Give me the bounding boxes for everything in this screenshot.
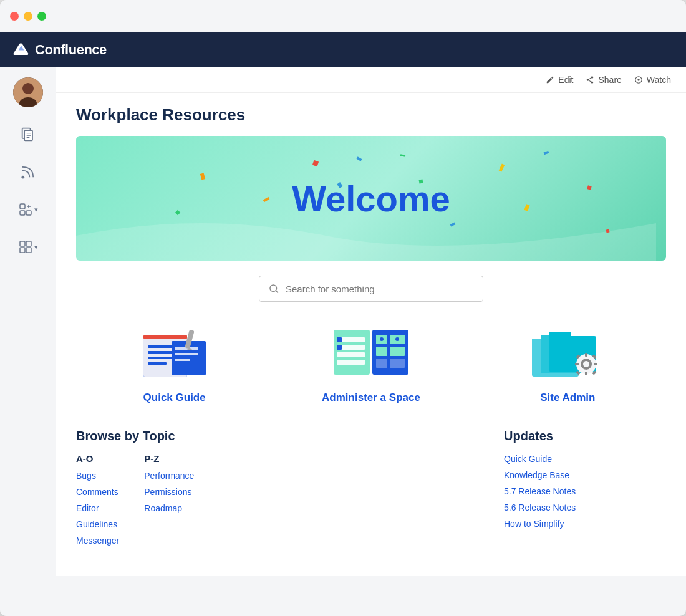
spaces-arrow: ▾ <box>34 243 38 251</box>
svg-rect-10 <box>20 211 25 215</box>
minimize-button[interactable] <box>24 12 32 21</box>
site-admin-icon <box>524 322 611 384</box>
svg-rect-38 <box>337 352 365 357</box>
list-item: Performance <box>144 470 194 481</box>
logo[interactable]: Confluence <box>12 41 107 59</box>
quick-guide-illustration <box>134 324 215 383</box>
list-item: Guidelines <box>76 519 119 530</box>
pages-icon <box>19 126 37 143</box>
svg-rect-35 <box>337 337 342 342</box>
topic-link-messenger[interactable]: Messenger <box>76 536 119 546</box>
avatar[interactable] <box>13 77 43 107</box>
shortcuts-icon <box>18 202 33 217</box>
cards-row: Quick Guide <box>76 322 666 404</box>
quick-guide-icon <box>131 322 218 384</box>
maximize-button[interactable] <box>37 12 46 21</box>
topic-link-bugs[interactable]: Bugs <box>76 471 96 481</box>
logo-text: Confluence <box>35 42 107 58</box>
svg-point-8 <box>21 176 24 179</box>
sidebar-item-spaces[interactable]: ▾ <box>8 232 48 262</box>
share-button[interactable]: Share <box>586 75 621 85</box>
svg-rect-14 <box>26 241 31 246</box>
spaces-icon <box>18 239 33 254</box>
svg-rect-9 <box>20 204 25 209</box>
browse-updates-section: Browse by Topic A-O Bugs Comments Editor… <box>76 429 666 551</box>
svg-rect-46 <box>390 359 405 368</box>
svg-line-19 <box>276 291 278 292</box>
search-container <box>76 276 666 302</box>
topic-link-editor[interactable]: Editor <box>76 503 99 513</box>
update-link-quick-guide[interactable]: Quick Guide <box>504 454 552 464</box>
administer-space-label: Administer a Space <box>322 392 420 404</box>
browse-section-title: Browse by Topic <box>76 429 479 443</box>
updates-section: Updates Quick Guide Knowledge Base 5.7 R… <box>504 429 666 551</box>
edit-button[interactable]: Edit <box>546 75 573 85</box>
svg-point-17 <box>637 79 640 81</box>
sidebar-item-pages[interactable] <box>12 120 44 150</box>
svg-rect-44 <box>390 347 405 356</box>
confetti-1 <box>312 160 319 166</box>
svg-point-1 <box>22 83 34 94</box>
confetti-13 <box>400 154 405 156</box>
update-link-57-release[interactable]: 5.7 Release Notes <box>504 486 576 496</box>
card-quick-guide[interactable]: Quick Guide <box>112 322 237 404</box>
svg-rect-26 <box>143 335 187 339</box>
search-icon <box>268 283 279 294</box>
sidebar-item-shortcuts[interactable]: ▾ <box>8 195 48 224</box>
svg-point-47 <box>380 337 384 341</box>
share-label: Share <box>598 75 621 85</box>
svg-rect-13 <box>20 248 25 253</box>
list-item: 5.6 Release Notes <box>504 502 666 513</box>
sidebar-item-feed[interactable] <box>12 157 44 187</box>
topic-link-permissions[interactable]: Permissions <box>144 487 191 497</box>
updates-section-title: Updates <box>504 429 666 443</box>
site-admin-label: Site Admin <box>540 392 595 404</box>
topic-col-a-o: A-O Bugs Comments Editor Guidelines Mess… <box>76 453 119 551</box>
quick-guide-label: Quick Guide <box>143 392 206 404</box>
administer-space-illustration <box>327 324 415 383</box>
main-layout: ▾ ▾ Edit <box>0 67 686 616</box>
update-link-knowledge-base[interactable]: Knowledge Base <box>504 470 569 480</box>
confetti-11 <box>524 204 529 211</box>
list-item: Roadmap <box>144 503 194 514</box>
update-link-56-release[interactable]: 5.6 Release Notes <box>504 503 576 513</box>
topic-col-a-o-list: Bugs Comments Editor Guidelines Messenge… <box>76 470 119 546</box>
list-item: Permissions <box>144 486 194 498</box>
card-site-admin[interactable]: Site Admin <box>505 322 630 404</box>
user-avatar-image <box>13 77 43 107</box>
svg-rect-45 <box>376 359 387 368</box>
svg-rect-39 <box>337 360 365 365</box>
app-window: Confluence <box>0 0 686 616</box>
edit-icon <box>546 75 554 84</box>
topic-link-comments[interactable]: Comments <box>76 487 118 497</box>
svg-rect-54 <box>549 332 571 339</box>
action-bar: Edit Share Watch <box>56 67 686 93</box>
confetti-6 <box>544 151 549 155</box>
update-link-how-to-simplify[interactable]: How to Simplify <box>504 519 564 529</box>
card-administer-space[interactable]: Administer a Space <box>309 322 433 404</box>
share-icon <box>586 75 594 84</box>
topic-link-performance[interactable]: Performance <box>144 471 194 481</box>
welcome-text: Welcome <box>292 178 450 219</box>
search-input[interactable] <box>286 284 474 294</box>
list-item: 5.7 Release Notes <box>504 486 666 497</box>
topic-col-p-z-heading: P-Z <box>144 453 194 464</box>
watch-icon <box>634 75 643 84</box>
list-item: Messenger <box>76 535 119 546</box>
administer-space-icon <box>327 322 415 384</box>
titlebar <box>0 0 686 32</box>
topic-link-roadmap[interactable]: Roadmap <box>144 503 182 513</box>
browse-section: Browse by Topic A-O Bugs Comments Editor… <box>76 429 479 551</box>
topic-col-p-z: P-Z Performance Permissions Roadmap <box>144 453 194 551</box>
confetti-3 <box>357 156 362 161</box>
topic-link-guidelines[interactable]: Guidelines <box>76 519 117 529</box>
svg-rect-58 <box>585 353 587 357</box>
svg-point-18 <box>270 285 277 292</box>
list-item: Bugs <box>76 470 119 481</box>
close-button[interactable] <box>10 12 19 21</box>
confetti-8 <box>263 197 270 202</box>
search-box[interactable] <box>259 276 483 302</box>
watch-button[interactable]: Watch <box>634 75 671 85</box>
confluence-logo-icon <box>12 41 30 59</box>
topic-col-p-z-list: Performance Permissions Roadmap <box>144 470 194 514</box>
